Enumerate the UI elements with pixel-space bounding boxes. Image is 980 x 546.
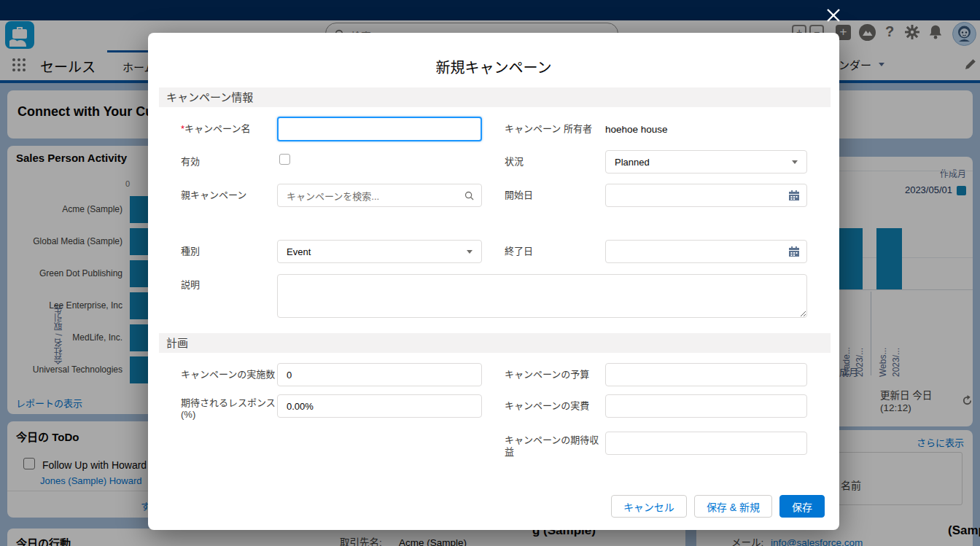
end-date-input[interactable] — [605, 240, 807, 263]
status-select[interactable]: Planned — [605, 150, 807, 173]
save-new-button[interactable]: 保存 & 新規 — [694, 495, 772, 518]
actual-cost-label: キャンペーンの実費 — [505, 400, 601, 412]
description-textarea[interactable] — [277, 274, 807, 318]
close-icon — [825, 14, 842, 26]
start-date-label: 開始日 — [505, 190, 601, 201]
app-window: 検索... + − + ? — [0, 0, 980, 546]
type-select[interactable]: Event — [277, 240, 482, 263]
save-button[interactable]: 保存 — [779, 495, 825, 518]
expected-response-input[interactable] — [277, 394, 482, 418]
num-sent-label: キャンペーンの実施数 — [181, 369, 278, 381]
campaign-name-input[interactable] — [277, 117, 482, 141]
new-campaign-modal: 新規キャンペーン キャンペーン情報 *キャンペーン名 キャンペーン 所有者 ho… — [148, 33, 839, 530]
section-planning: 計画 — [159, 333, 831, 353]
parent-campaign-label: 親キャンペーン — [181, 190, 277, 201]
campaign-owner-value: hoehoe house — [605, 124, 668, 135]
section-campaign-info: キャンペーン情報 — [159, 87, 831, 107]
section-campaign-info-label: キャンペーン情報 — [166, 91, 253, 104]
parent-campaign-lookup[interactable]: キャンペーンを検索... — [277, 184, 482, 207]
type-select-value: Event — [287, 246, 311, 257]
calendar-icon[interactable] — [789, 190, 799, 200]
budgeted-cost-input[interactable] — [605, 363, 807, 386]
chevron-down-icon — [467, 250, 472, 254]
start-date-input[interactable] — [605, 184, 807, 207]
status-select-value: Planned — [615, 157, 650, 168]
description-label: 説明 — [181, 279, 277, 291]
calendar-icon[interactable] — [789, 246, 799, 257]
campaign-owner-label: キャンペーン 所有者 — [505, 123, 601, 135]
actual-cost-input[interactable] — [605, 394, 807, 418]
num-sent-input[interactable] — [277, 363, 482, 386]
cancel-button[interactable]: キャンセル — [611, 495, 687, 518]
expected-revenue-label: キャンペーンの期待収益 — [505, 434, 602, 459]
end-date-label: 終了日 — [505, 246, 601, 257]
modal-footer: キャンセル 保存 & 新規 保存 — [611, 495, 825, 518]
expected-revenue-input[interactable] — [605, 432, 807, 455]
expected-response-label: 期待されるレスポンス (%) — [181, 397, 276, 421]
status-label: 状況 — [505, 156, 601, 168]
modal-close-button[interactable] — [825, 7, 842, 24]
active-checkbox[interactable] — [279, 154, 290, 165]
type-label: 種別 — [181, 246, 277, 257]
active-label: 有効 — [181, 156, 277, 168]
chevron-down-icon — [792, 160, 798, 164]
search-icon — [464, 191, 474, 200]
campaign-name-label: *キャンペーン名 — [181, 123, 277, 135]
parent-campaign-placeholder: キャンペーンを検索... — [287, 189, 379, 203]
section-planning-label: 計画 — [166, 337, 188, 349]
modal-title: 新規キャンペーン — [148, 56, 839, 77]
budgeted-cost-label: キャンペーンの予算 — [505, 369, 601, 381]
